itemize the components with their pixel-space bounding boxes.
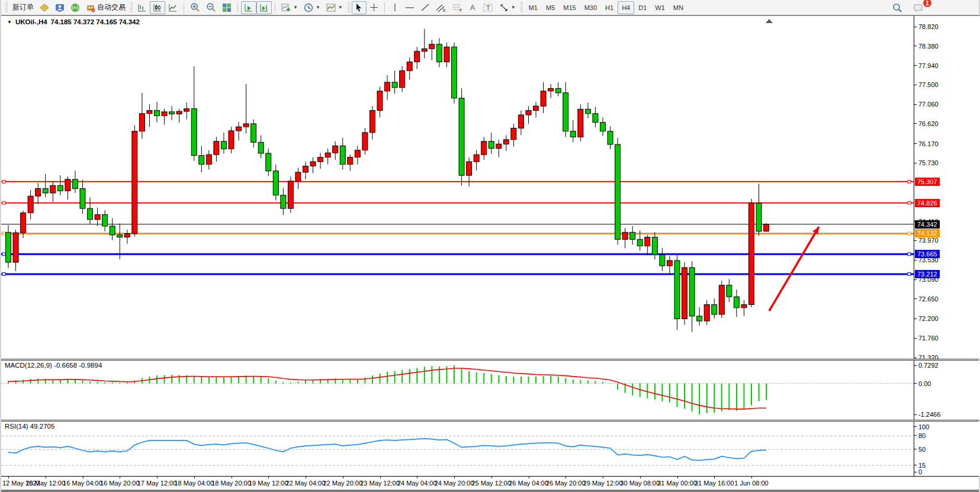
chat-button[interactable]: 1 <box>910 1 927 14</box>
candle[interactable] <box>764 224 769 231</box>
candle[interactable] <box>251 124 256 142</box>
line-chart-button[interactable] <box>165 1 181 14</box>
candle[interactable] <box>667 261 672 266</box>
candle[interactable] <box>704 305 709 321</box>
horizontal-line-button[interactable] <box>402 1 417 14</box>
candle[interactable] <box>65 179 70 191</box>
candle[interactable] <box>534 106 539 110</box>
candle[interactable] <box>407 62 412 71</box>
candle[interactable] <box>526 111 531 115</box>
candlestick-chart-button[interactable] <box>150 1 165 14</box>
candle[interactable] <box>415 52 420 62</box>
line-handle[interactable] <box>2 232 5 235</box>
signals-button[interactable] <box>68 1 83 14</box>
candle[interactable] <box>452 47 457 98</box>
candle[interactable] <box>385 82 390 91</box>
candle[interactable] <box>496 144 502 148</box>
candle[interactable] <box>444 47 449 62</box>
candle[interactable] <box>333 146 338 153</box>
candle[interactable] <box>369 111 375 133</box>
tf-H4[interactable]: H4 <box>618 1 634 14</box>
candle[interactable] <box>124 234 130 237</box>
candle[interactable] <box>243 124 249 127</box>
candle[interactable] <box>318 157 323 162</box>
macd-axis[interactable]: 0.72920.00-1.2466 <box>914 361 980 420</box>
candle[interactable] <box>660 255 665 266</box>
zoom-out-button[interactable] <box>203 1 219 14</box>
candle[interactable] <box>489 142 494 149</box>
candle[interactable] <box>206 155 211 164</box>
candle[interactable] <box>392 82 397 88</box>
candle[interactable] <box>72 179 78 189</box>
candle[interactable] <box>295 172 301 181</box>
candle[interactable] <box>563 93 568 131</box>
candle[interactable] <box>467 162 472 175</box>
candle[interactable] <box>236 127 242 131</box>
line-handle[interactable] <box>2 201 5 204</box>
candle[interactable] <box>21 213 26 233</box>
candle[interactable] <box>682 268 687 319</box>
text-label-button[interactable]: T <box>480 1 496 14</box>
tf-H1[interactable]: H1 <box>601 1 618 14</box>
candle[interactable] <box>503 140 509 144</box>
candle[interactable] <box>139 114 144 131</box>
candle[interactable] <box>176 111 182 114</box>
chart-shift-marker[interactable] <box>766 19 773 23</box>
candle[interactable] <box>645 237 650 246</box>
candle[interactable] <box>585 109 590 113</box>
candle[interactable] <box>436 44 442 62</box>
trendline-button[interactable] <box>417 1 433 14</box>
candle[interactable] <box>214 142 219 155</box>
candle[interactable] <box>652 237 657 255</box>
line-handle[interactable] <box>908 201 911 204</box>
rsi-axis[interactable]: 1008050150 <box>914 422 980 476</box>
candle[interactable] <box>95 215 100 220</box>
candle[interactable] <box>548 88 554 91</box>
candle[interactable] <box>362 133 368 150</box>
fibonacci-button[interactable]: F <box>449 1 466 14</box>
trend-arrow-object[interactable] <box>769 227 819 311</box>
candle[interactable] <box>377 91 383 111</box>
candle[interactable] <box>637 239 642 246</box>
symbol-dropdown-icon[interactable]: ▼ <box>7 20 12 25</box>
candle[interactable] <box>734 297 739 308</box>
candle[interactable] <box>555 88 561 92</box>
auto-scroll-button[interactable] <box>241 1 256 14</box>
candle[interactable] <box>697 316 702 321</box>
candle[interactable] <box>199 156 204 165</box>
tf-D1[interactable]: D1 <box>634 1 651 14</box>
candle[interactable] <box>229 131 234 149</box>
line-handle[interactable] <box>908 232 911 235</box>
periods-button[interactable]: ▼ <box>301 1 323 14</box>
tf-MN[interactable]: MN <box>669 1 687 14</box>
time-axis[interactable]: 12 May 202315 May 12:0016 May 04:0016 Ma… <box>1 477 979 490</box>
candle[interactable] <box>622 232 628 239</box>
line-handle[interactable] <box>908 253 911 256</box>
rsi-pane[interactable] <box>1 422 914 476</box>
new-order-button[interactable]: 新订单 <box>9 1 37 14</box>
tf-M5[interactable]: M5 <box>542 1 559 14</box>
vertical-line-button[interactable] <box>388 1 402 14</box>
candle[interactable] <box>481 142 487 155</box>
main-chart-pane[interactable] <box>1 15 914 359</box>
candle[interactable] <box>674 261 680 319</box>
candle[interactable] <box>266 153 271 171</box>
candle[interactable] <box>43 189 48 193</box>
candle[interactable] <box>630 232 635 239</box>
candle[interactable] <box>749 203 754 304</box>
candle[interactable] <box>340 146 345 164</box>
candle[interactable] <box>355 150 360 157</box>
line-handle[interactable] <box>908 272 911 275</box>
candle[interactable] <box>50 185 56 193</box>
candle[interactable] <box>102 215 108 226</box>
candle[interactable] <box>117 235 123 237</box>
templates-button[interactable]: ▼ <box>323 1 346 14</box>
zoom-in-button[interactable] <box>187 1 203 14</box>
candle[interactable] <box>310 162 316 166</box>
candle[interactable] <box>281 195 286 208</box>
candle[interactable] <box>184 109 189 111</box>
tile-windows-button[interactable] <box>219 1 234 14</box>
tf-M1[interactable]: M1 <box>525 1 542 14</box>
tf-M15[interactable]: M15 <box>559 1 580 14</box>
candle[interactable] <box>258 142 264 153</box>
